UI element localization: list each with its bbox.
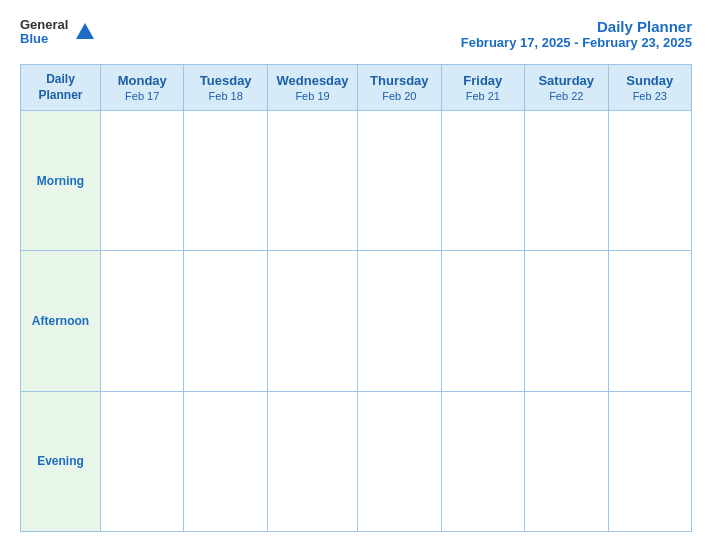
morning-label: Morning bbox=[21, 111, 101, 251]
day-date-monday: Feb 17 bbox=[105, 90, 179, 102]
morning-friday[interactable] bbox=[441, 111, 524, 251]
day-date-wednesday: Feb 19 bbox=[272, 90, 353, 102]
afternoon-row: Afternoon bbox=[21, 251, 692, 391]
header-col1-line2: Planner bbox=[38, 88, 82, 102]
col-header-friday: Friday Feb 21 bbox=[441, 65, 524, 111]
morning-tuesday[interactable] bbox=[184, 111, 267, 251]
page-header: General Blue Daily Planner February 17, … bbox=[20, 18, 692, 50]
col-header-monday: Monday Feb 17 bbox=[101, 65, 184, 111]
evening-sunday[interactable] bbox=[608, 391, 692, 531]
daily-planner-col-header: Daily Planner bbox=[21, 65, 101, 111]
header-row: Daily Planner Monday Feb 17 Tuesday Feb … bbox=[21, 65, 692, 111]
day-name-wednesday: Wednesday bbox=[272, 73, 353, 88]
logo-general: General bbox=[20, 18, 68, 32]
day-date-friday: Feb 21 bbox=[446, 90, 520, 102]
afternoon-friday[interactable] bbox=[441, 251, 524, 391]
header-col1-line1: Daily bbox=[46, 72, 75, 86]
day-name-saturday: Saturday bbox=[529, 73, 603, 88]
evening-tuesday[interactable] bbox=[184, 391, 267, 531]
afternoon-monday[interactable] bbox=[101, 251, 184, 391]
day-name-thursday: Thursday bbox=[362, 73, 436, 88]
evening-saturday[interactable] bbox=[525, 391, 608, 531]
afternoon-label: Afternoon bbox=[21, 251, 101, 391]
planner-table: Daily Planner Monday Feb 17 Tuesday Feb … bbox=[20, 64, 692, 532]
col-header-sunday: Sunday Feb 23 bbox=[608, 65, 692, 111]
morning-sunday[interactable] bbox=[608, 111, 692, 251]
planner-date-range: February 17, 2025 - February 23, 2025 bbox=[461, 35, 692, 50]
afternoon-sunday[interactable] bbox=[608, 251, 692, 391]
col-header-thursday: Thursday Feb 20 bbox=[358, 65, 441, 111]
afternoon-saturday[interactable] bbox=[525, 251, 608, 391]
day-date-thursday: Feb 20 bbox=[362, 90, 436, 102]
col-header-saturday: Saturday Feb 22 bbox=[525, 65, 608, 111]
logo: General Blue bbox=[20, 18, 96, 47]
title-area: Daily Planner February 17, 2025 - Februa… bbox=[461, 18, 692, 50]
morning-wednesday[interactable] bbox=[267, 111, 357, 251]
logo-blue: Blue bbox=[20, 32, 68, 46]
day-date-tuesday: Feb 18 bbox=[188, 90, 262, 102]
planner-title: Daily Planner bbox=[461, 18, 692, 35]
svg-marker-0 bbox=[76, 23, 94, 39]
morning-row: Morning bbox=[21, 111, 692, 251]
day-date-saturday: Feb 22 bbox=[529, 90, 603, 102]
afternoon-tuesday[interactable] bbox=[184, 251, 267, 391]
col-header-wednesday: Wednesday Feb 19 bbox=[267, 65, 357, 111]
evening-wednesday[interactable] bbox=[267, 391, 357, 531]
col-header-tuesday: Tuesday Feb 18 bbox=[184, 65, 267, 111]
day-name-sunday: Sunday bbox=[613, 73, 688, 88]
morning-saturday[interactable] bbox=[525, 111, 608, 251]
morning-thursday[interactable] bbox=[358, 111, 441, 251]
morning-monday[interactable] bbox=[101, 111, 184, 251]
day-date-sunday: Feb 23 bbox=[613, 90, 688, 102]
evening-label: Evening bbox=[21, 391, 101, 531]
logo-icon bbox=[74, 21, 96, 43]
evening-monday[interactable] bbox=[101, 391, 184, 531]
day-name-tuesday: Tuesday bbox=[188, 73, 262, 88]
evening-friday[interactable] bbox=[441, 391, 524, 531]
afternoon-thursday[interactable] bbox=[358, 251, 441, 391]
evening-row: Evening bbox=[21, 391, 692, 531]
afternoon-wednesday[interactable] bbox=[267, 251, 357, 391]
evening-thursday[interactable] bbox=[358, 391, 441, 531]
day-name-monday: Monday bbox=[105, 73, 179, 88]
day-name-friday: Friday bbox=[446, 73, 520, 88]
